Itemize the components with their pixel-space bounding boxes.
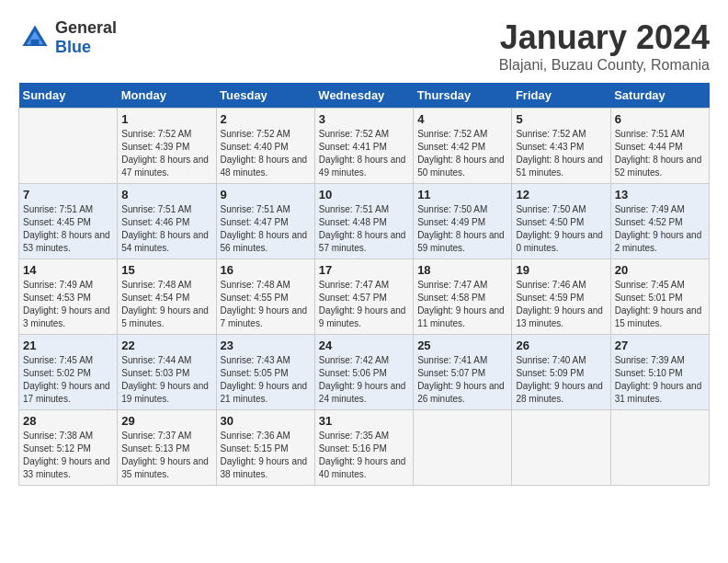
calendar-cell bbox=[512, 410, 610, 486]
day-number: 30 bbox=[221, 414, 311, 428]
calendar-cell bbox=[414, 410, 512, 486]
weekday-row: SundayMondayTuesdayWednesdayThursdayFrid… bbox=[19, 83, 710, 109]
calendar-header: SundayMondayTuesdayWednesdayThursdayFrid… bbox=[19, 83, 710, 109]
day-number: 24 bbox=[319, 339, 409, 352]
calendar-cell: 28Sunrise: 7:38 AM Sunset: 5:12 PM Dayli… bbox=[19, 410, 118, 486]
calendar-week-row: 21Sunrise: 7:45 AM Sunset: 5:02 PM Dayli… bbox=[19, 335, 710, 410]
logo-general: General bbox=[55, 18, 117, 38]
day-info: Sunrise: 7:51 AM Sunset: 4:45 PM Dayligh… bbox=[23, 203, 113, 255]
day-info: Sunrise: 7:37 AM Sunset: 5:13 PM Dayligh… bbox=[121, 430, 211, 481]
weekday-header: Friday bbox=[512, 83, 610, 109]
day-info: Sunrise: 7:51 AM Sunset: 4:46 PM Dayligh… bbox=[121, 203, 211, 255]
calendar-cell: 20Sunrise: 7:45 AM Sunset: 5:01 PM Dayli… bbox=[610, 259, 709, 335]
calendar-cell: 29Sunrise: 7:37 AM Sunset: 5:13 PM Dayli… bbox=[118, 410, 216, 486]
calendar-cell: 26Sunrise: 7:40 AM Sunset: 5:09 PM Dayli… bbox=[512, 335, 610, 410]
day-info: Sunrise: 7:39 AM Sunset: 5:10 PM Dayligh… bbox=[615, 354, 705, 406]
day-info: Sunrise: 7:52 AM Sunset: 4:40 PM Dayligh… bbox=[221, 128, 311, 179]
calendar-week-row: 1Sunrise: 7:52 AM Sunset: 4:39 PM Daylig… bbox=[19, 109, 710, 184]
day-number: 7 bbox=[23, 188, 113, 201]
calendar-cell: 24Sunrise: 7:42 AM Sunset: 5:06 PM Dayli… bbox=[314, 335, 413, 410]
calendar-cell: 8Sunrise: 7:51 AM Sunset: 4:46 PM Daylig… bbox=[118, 184, 216, 259]
logo-text: General Blue bbox=[55, 18, 117, 57]
day-number: 4 bbox=[417, 112, 507, 126]
calendar-cell: 3Sunrise: 7:52 AM Sunset: 4:41 PM Daylig… bbox=[314, 109, 413, 184]
day-info: Sunrise: 7:52 AM Sunset: 4:42 PM Dayligh… bbox=[417, 128, 507, 179]
day-info: Sunrise: 7:49 AM Sunset: 4:52 PM Dayligh… bbox=[615, 203, 705, 255]
day-number: 5 bbox=[516, 112, 606, 126]
day-info: Sunrise: 7:49 AM Sunset: 4:53 PM Dayligh… bbox=[23, 279, 113, 330]
weekday-header: Thursday bbox=[414, 83, 512, 109]
weekday-header: Monday bbox=[118, 83, 216, 109]
calendar-cell: 2Sunrise: 7:52 AM Sunset: 4:40 PM Daylig… bbox=[216, 109, 314, 184]
day-number: 8 bbox=[121, 188, 211, 201]
calendar-cell: 9Sunrise: 7:51 AM Sunset: 4:47 PM Daylig… bbox=[216, 184, 314, 259]
calendar-cell: 15Sunrise: 7:48 AM Sunset: 4:54 PM Dayli… bbox=[118, 259, 216, 335]
location: Blajani, Buzau County, Romania bbox=[499, 57, 710, 74]
month-title: January 2024 bbox=[499, 18, 710, 57]
day-info: Sunrise: 7:44 AM Sunset: 5:03 PM Dayligh… bbox=[121, 354, 211, 406]
weekday-header: Wednesday bbox=[314, 83, 413, 109]
day-number: 13 bbox=[615, 188, 705, 201]
weekday-header: Sunday bbox=[19, 83, 118, 109]
day-info: Sunrise: 7:42 AM Sunset: 5:06 PM Dayligh… bbox=[319, 354, 409, 406]
day-number: 3 bbox=[319, 112, 409, 126]
calendar-body: 1Sunrise: 7:52 AM Sunset: 4:39 PM Daylig… bbox=[19, 109, 710, 486]
day-info: Sunrise: 7:36 AM Sunset: 5:15 PM Dayligh… bbox=[221, 430, 311, 481]
calendar-cell: 11Sunrise: 7:50 AM Sunset: 4:49 PM Dayli… bbox=[414, 184, 512, 259]
day-info: Sunrise: 7:51 AM Sunset: 4:47 PM Dayligh… bbox=[221, 203, 311, 255]
day-number: 1 bbox=[121, 112, 211, 126]
calendar-cell: 21Sunrise: 7:45 AM Sunset: 5:02 PM Dayli… bbox=[19, 335, 118, 410]
day-info: Sunrise: 7:50 AM Sunset: 4:49 PM Dayligh… bbox=[417, 203, 507, 255]
day-number: 28 bbox=[23, 414, 113, 428]
calendar-cell: 30Sunrise: 7:36 AM Sunset: 5:15 PM Dayli… bbox=[216, 410, 314, 486]
day-number: 11 bbox=[417, 188, 507, 201]
title-block: January 2024 Blajani, Buzau County, Roma… bbox=[499, 18, 710, 74]
day-info: Sunrise: 7:45 AM Sunset: 5:01 PM Dayligh… bbox=[615, 279, 705, 330]
day-number: 22 bbox=[121, 339, 211, 352]
day-number: 15 bbox=[121, 263, 211, 277]
day-number: 31 bbox=[319, 414, 409, 428]
day-info: Sunrise: 7:40 AM Sunset: 5:09 PM Dayligh… bbox=[516, 354, 606, 406]
day-info: Sunrise: 7:52 AM Sunset: 4:39 PM Dayligh… bbox=[121, 128, 211, 179]
day-number: 6 bbox=[615, 112, 705, 126]
day-number: 10 bbox=[319, 188, 409, 201]
day-number: 17 bbox=[319, 263, 409, 277]
day-number: 16 bbox=[221, 263, 311, 277]
day-info: Sunrise: 7:47 AM Sunset: 4:58 PM Dayligh… bbox=[417, 279, 507, 330]
day-number: 23 bbox=[221, 339, 311, 352]
calendar-cell: 18Sunrise: 7:47 AM Sunset: 4:58 PM Dayli… bbox=[414, 259, 512, 335]
day-info: Sunrise: 7:50 AM Sunset: 4:50 PM Dayligh… bbox=[516, 203, 606, 255]
weekday-header: Tuesday bbox=[216, 83, 314, 109]
calendar-week-row: 28Sunrise: 7:38 AM Sunset: 5:12 PM Dayli… bbox=[19, 410, 710, 486]
calendar-cell: 5Sunrise: 7:52 AM Sunset: 4:43 PM Daylig… bbox=[512, 109, 610, 184]
logo-blue-text: Blue bbox=[55, 38, 117, 57]
calendar-cell: 22Sunrise: 7:44 AM Sunset: 5:03 PM Dayli… bbox=[118, 335, 216, 410]
logo-icon bbox=[18, 21, 51, 54]
day-number: 21 bbox=[23, 339, 113, 352]
day-info: Sunrise: 7:35 AM Sunset: 5:16 PM Dayligh… bbox=[319, 430, 409, 481]
calendar-cell: 17Sunrise: 7:47 AM Sunset: 4:57 PM Dayli… bbox=[314, 259, 413, 335]
day-number: 2 bbox=[221, 112, 311, 126]
day-info: Sunrise: 7:48 AM Sunset: 4:54 PM Dayligh… bbox=[121, 279, 211, 330]
day-info: Sunrise: 7:52 AM Sunset: 4:41 PM Dayligh… bbox=[319, 128, 409, 179]
calendar-cell: 16Sunrise: 7:48 AM Sunset: 4:55 PM Dayli… bbox=[216, 259, 314, 335]
day-number: 27 bbox=[615, 339, 705, 352]
weekday-header: Saturday bbox=[610, 83, 709, 109]
calendar-week-row: 7Sunrise: 7:51 AM Sunset: 4:45 PM Daylig… bbox=[19, 184, 710, 259]
day-number: 19 bbox=[516, 263, 606, 277]
day-info: Sunrise: 7:51 AM Sunset: 4:44 PM Dayligh… bbox=[615, 128, 705, 179]
day-number: 26 bbox=[516, 339, 606, 352]
calendar-cell: 10Sunrise: 7:51 AM Sunset: 4:48 PM Dayli… bbox=[314, 184, 413, 259]
calendar-cell bbox=[610, 410, 709, 486]
calendar-cell: 19Sunrise: 7:46 AM Sunset: 4:59 PM Dayli… bbox=[512, 259, 610, 335]
calendar-cell: 27Sunrise: 7:39 AM Sunset: 5:10 PM Dayli… bbox=[610, 335, 709, 410]
day-number: 20 bbox=[615, 263, 705, 277]
page-header: General Blue January 2024 Blajani, Buzau… bbox=[18, 18, 710, 74]
day-info: Sunrise: 7:46 AM Sunset: 4:59 PM Dayligh… bbox=[516, 279, 606, 330]
calendar-table: SundayMondayTuesdayWednesdayThursdayFrid… bbox=[18, 83, 710, 486]
day-number: 29 bbox=[121, 414, 211, 428]
page-container: General Blue January 2024 Blajani, Buzau… bbox=[18, 18, 710, 486]
logo: General Blue bbox=[18, 18, 117, 57]
day-number: 9 bbox=[221, 188, 311, 201]
calendar-cell: 13Sunrise: 7:49 AM Sunset: 4:52 PM Dayli… bbox=[610, 184, 709, 259]
